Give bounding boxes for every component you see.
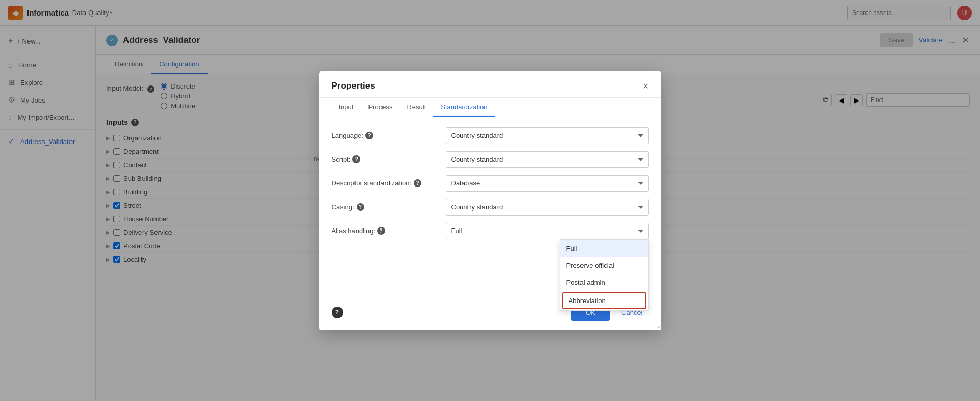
descriptor-standardization-select[interactable]: Database <box>446 175 649 192</box>
resize-handle[interactable]: ⌟ <box>654 323 661 330</box>
modal-tab-standardization[interactable]: Standardization <box>433 98 494 117</box>
dropdown-item-abbreviation[interactable]: Abbreviation <box>562 292 646 309</box>
modal-title: Properties <box>332 81 375 91</box>
modal-close-button[interactable]: × <box>643 81 649 91</box>
casing-row: Casing: ? Country standard <box>332 199 649 216</box>
script-row: Script: ? Country standard <box>332 151 649 168</box>
alias-handling-row: Alias handling: ? Full Full Preserve off… <box>332 223 649 239</box>
modal-tab-process[interactable]: Process <box>361 98 400 117</box>
descriptor-standardization-label: Descriptor standardization: ? <box>332 179 446 187</box>
casing-select[interactable]: Country standard <box>446 199 649 216</box>
descriptor-standardization-row: Descriptor standardization: ? Database <box>332 175 649 192</box>
language-help-icon[interactable]: ? <box>365 132 373 139</box>
descriptor-help-icon[interactable]: ? <box>414 179 421 187</box>
alias-help-icon[interactable]: ? <box>377 227 385 235</box>
modal-tabs: Input Process Result Standardization <box>319 98 661 117</box>
alias-handling-select[interactable]: Full <box>446 223 649 239</box>
modal-tab-result[interactable]: Result <box>400 98 433 117</box>
dropdown-item-full[interactable]: Full <box>560 240 648 257</box>
casing-help-icon[interactable]: ? <box>357 203 364 211</box>
script-help-icon[interactable]: ? <box>352 155 360 163</box>
alias-handling-label: Alias handling: ? <box>332 227 446 235</box>
dropdown-item-postal-admin[interactable]: Postal admin <box>560 274 648 291</box>
properties-modal: Properties × Input Process Result Standa… <box>319 71 661 330</box>
dropdown-item-preserve-official[interactable]: Preserve official <box>560 257 648 274</box>
modal-body: Language: ? Country standard Script: ? C… <box>319 117 661 239</box>
footer-help-icon[interactable]: ? <box>332 307 343 318</box>
modal-header: Properties × <box>319 71 661 98</box>
modal-overlay: Properties × Input Process Result Standa… <box>0 0 980 401</box>
alias-handling-dropdown: Full Preserve official Postal admin Abbr… <box>560 239 649 311</box>
language-row: Language: ? Country standard <box>332 127 649 144</box>
script-label: Script: ? <box>332 155 446 163</box>
modal-tab-input[interactable]: Input <box>332 98 361 117</box>
language-select[interactable]: Country standard <box>446 127 649 144</box>
language-label: Language: ? <box>332 132 446 139</box>
casing-label: Casing: ? <box>332 203 446 211</box>
script-select[interactable]: Country standard <box>446 151 649 168</box>
